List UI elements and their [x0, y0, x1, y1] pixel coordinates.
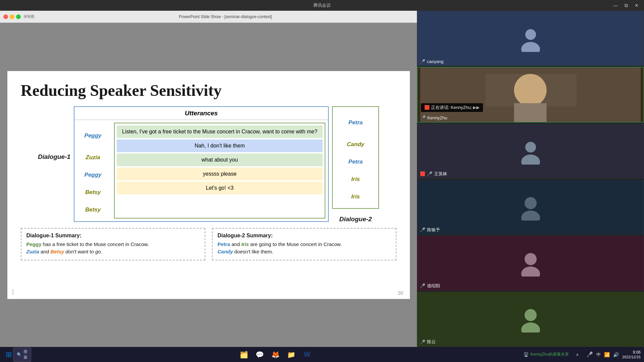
clock: 9:06 2022/12/15: [622, 350, 641, 359]
avatar-chenyun-img: [517, 306, 544, 333]
avatar-image: [517, 25, 544, 52]
summary2-title: Dialogue-2 Summary:: [218, 233, 391, 239]
participant-label-caoyang: 🎤 caoyang: [420, 59, 443, 64]
right-section: Petra Candy Petra Iris Iris Dialogue-2: [332, 106, 379, 223]
participant-suzhaoyang: 🎤 谯绍阳: [417, 236, 644, 291]
file-manager-icon: 🗂️: [240, 351, 248, 359]
utterances-table: Utterances Peggy Zuzia Peggy Betsy Betsy: [74, 106, 329, 222]
svg-rect-6: [514, 103, 546, 122]
speaker-candy: Candy: [333, 136, 378, 153]
avatar-suzhaoyang: [417, 236, 644, 291]
participant-label-chenyun: 🎤 陈云: [420, 339, 436, 345]
file-manager-button[interactable]: 🗂️: [239, 349, 250, 360]
svg-point-5: [514, 74, 546, 107]
hamburger-menu[interactable]: [12, 289, 13, 296]
avatar-kennyzhu-container: [418, 67, 643, 122]
participant-chenyu: 🎤 陈愉予: [417, 180, 644, 235]
participant-chenyun: 🎤 陈云: [417, 292, 644, 347]
utterance-4: yessss please: [117, 168, 323, 180]
participant-caoyang: 🎤 caoyang: [417, 11, 644, 66]
firefox-icon: 🦊: [271, 351, 280, 359]
search-box[interactable]: 🔍 搜索: [13, 348, 31, 362]
screen-share-text: KennyZhu的屏幕共享: [530, 352, 569, 357]
tooltip-text: 正在讲话: KennyZhu;: [431, 105, 472, 110]
utterance-3: what about you: [117, 154, 323, 166]
lang-indicator[interactable]: 中: [596, 352, 601, 358]
taskbar-right: 🖥️ KennyZhu的屏幕共享 ∧ 🎤 中 📶 🔊 9:06 2022/12/…: [524, 349, 641, 360]
word-icon: W: [304, 351, 310, 358]
speaker-icon: 🔊: [613, 352, 619, 357]
svg-point-12: [521, 266, 540, 277]
folder-icon: 📁: [287, 351, 296, 359]
mic-icon-chenyu: 🎤: [420, 227, 425, 232]
participant-kennyzhu: 🟥 正在讲话: KennyZhu; ▶▶ 🎤 KennyZhu: [417, 67, 644, 123]
taskbar-left: ⊞ 🔍 搜索: [3, 349, 28, 360]
firefox-button[interactable]: 🦊: [270, 349, 281, 360]
minimize-dot[interactable]: [10, 14, 14, 19]
svg-point-1: [521, 42, 540, 52]
participant-label-wanglin: 🟥 🎤 王英林: [420, 171, 447, 177]
dontgo-text: don't want to go.: [65, 249, 102, 254]
utterances-header: Utterances: [74, 107, 328, 120]
search-icon: 🔍: [17, 352, 22, 357]
participant-name-suzhaoyang: 谯绍阳: [427, 283, 440, 289]
taskbar-center: 🗂️ 💬 🦊 📁 W: [33, 349, 519, 360]
window-controls: — ⧉ ✕: [611, 2, 641, 9]
chevron-up-button[interactable]: ∧: [572, 349, 583, 360]
speaker-zuzia: Zuzia: [74, 149, 111, 166]
mic-taskbar-icon[interactable]: 🎤: [586, 351, 593, 358]
participant-label-chenyu: 🎤 陈愉予: [420, 227, 440, 233]
participants-panel: 🎤 caoyang 🟥 正在讲话: KennyZhu; ▶▶ 🎤 KennyZh…: [417, 11, 644, 347]
speaker-petra-1: Petra: [333, 110, 378, 136]
speaker-petra-2: Petra: [333, 153, 378, 171]
participant-label-suzhaoyang: 🎤 谯绍阳: [420, 283, 440, 289]
screen-share-icon: 🖥️: [524, 352, 529, 357]
summaries-section: Dialogue-1 Summary: Peggy has a free tic…: [21, 228, 396, 260]
time-display: 9:06: [633, 350, 641, 355]
windows-icon: ⊞: [6, 350, 12, 359]
maximize-button[interactable]: ⧉: [623, 2, 630, 9]
minimize-button[interactable]: —: [611, 2, 620, 9]
svg-point-9: [525, 197, 537, 209]
speaker-betsy-1: Betsy: [74, 184, 111, 201]
taskbar: ⊞ 🔍 搜索 🗂️ 💬 🦊 📁 W 🖥️ KennyZhu的屏幕共享: [0, 347, 644, 362]
participant-name-caoyang: caoyang: [427, 59, 443, 64]
zuzia-highlight: Zuzia: [26, 249, 39, 254]
participant-label-kennyzhu: 🎤 KennyZhu: [420, 115, 447, 120]
avatar-chenyu-img: [517, 194, 544, 221]
word-button[interactable]: W: [302, 349, 313, 360]
dialogue2-label: Dialogue-2: [339, 216, 372, 223]
iris-highlight: Iris: [241, 241, 249, 247]
peggy-highlight: Peggy: [26, 241, 42, 247]
svg-point-8: [521, 155, 540, 165]
summary2-text: Petra and Iris are going to the Muse con…: [218, 241, 391, 256]
summary2-box: Dialogue-2 Summary: Petra and Iris are g…: [212, 228, 396, 260]
windows-start-button[interactable]: ⊞: [3, 349, 14, 360]
maximize-dot[interactable]: [16, 14, 21, 19]
close-dot[interactable]: [3, 14, 8, 19]
summary1-box: Dialogue-1 Summary: Peggy has a free tic…: [21, 228, 205, 260]
title-bar: 腾讯会议 — ⧉ ✕: [0, 0, 644, 11]
speaker-betsy-2: Betsy: [74, 201, 111, 219]
svg-point-14: [521, 322, 540, 333]
speaker-peggy-1: Peggy: [74, 123, 111, 149]
tencent-meeting-button[interactable]: 💬: [255, 349, 265, 360]
folder-button[interactable]: 📁: [286, 349, 297, 360]
close-button[interactable]: ✕: [633, 2, 641, 9]
date-display: 2022/12/15: [622, 355, 641, 359]
avatar-chenyun: [417, 292, 644, 347]
search-taskbar[interactable]: 🔍 搜索: [17, 349, 28, 360]
dialogue1-label: Dialogue-1: [38, 153, 70, 161]
participant-wanglin: 🟥 🎤 王英林: [417, 123, 644, 179]
participant-name-kennyzhu: KennyZhu: [427, 115, 447, 120]
left-speakers: Peggy Zuzia Peggy Betsy Betsy: [74, 120, 111, 221]
avatar-chenyu: [417, 180, 644, 235]
utterance-1: Listen, I've got a free ticket to the Mu…: [117, 125, 323, 138]
summary1-text: Peggy has a free ticket to the Muse conc…: [26, 241, 200, 256]
summary1-title: Dialogue-1 Summary:: [26, 233, 200, 239]
speaker-iris-1: Iris: [333, 171, 378, 188]
mic-icon-caoyang: 🎤: [420, 59, 425, 64]
participant-name-chenyun: 陈云: [427, 339, 436, 345]
speaking-tooltip: 🟥 正在讲话: KennyZhu; ▶▶: [421, 103, 483, 112]
speaker-iris-2: Iris: [333, 188, 378, 205]
